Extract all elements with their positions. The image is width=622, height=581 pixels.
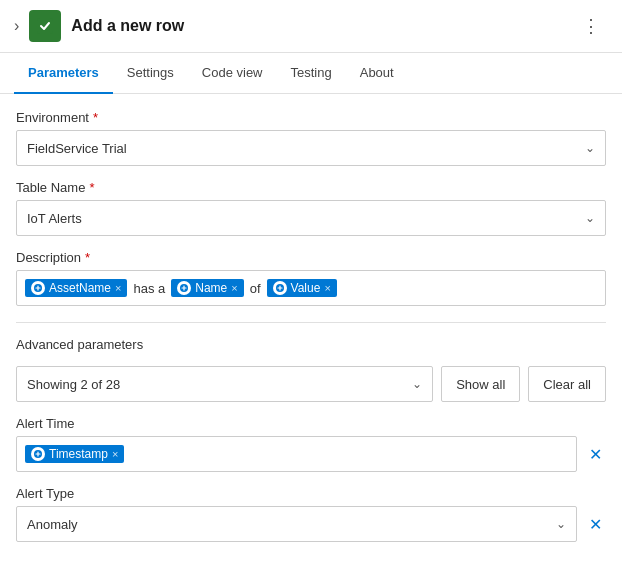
alert-type-clear-icon[interactable]: ✕ xyxy=(585,511,606,538)
token-value-close[interactable]: × xyxy=(324,282,330,294)
advanced-params-label: Advanced parameters xyxy=(16,337,606,352)
required-star-table: * xyxy=(89,180,94,195)
tab-about[interactable]: About xyxy=(346,53,408,94)
required-star: * xyxy=(93,110,98,125)
environment-label: Environment * xyxy=(16,110,606,125)
alert-time-field-group: Alert Time Timestamp × ✕ xyxy=(16,416,606,472)
table-name-field-group: Table Name * IoT Alerts ⌄ xyxy=(16,180,606,236)
description-token-field[interactable]: AssetName × has a Name × of Value × xyxy=(16,270,606,306)
alert-type-label: Alert Type xyxy=(16,486,606,501)
app-icon xyxy=(29,10,61,42)
alert-type-value: Anomaly xyxy=(27,517,78,532)
tabs-bar: Parameters Settings Code view Testing Ab… xyxy=(0,53,622,94)
token-value-label: Value xyxy=(291,281,321,295)
tab-settings[interactable]: Settings xyxy=(113,53,188,94)
environment-dropdown[interactable]: FieldService Trial ⌄ xyxy=(16,130,606,166)
token-value-icon xyxy=(273,281,287,295)
token-name-close[interactable]: × xyxy=(231,282,237,294)
advanced-params-value: Showing 2 of 28 xyxy=(27,377,120,392)
environment-value: FieldService Trial xyxy=(27,141,127,156)
description-text-of: of xyxy=(248,281,263,296)
advanced-params-dropdown[interactable]: Showing 2 of 28 ⌄ xyxy=(16,366,433,402)
svg-rect-0 xyxy=(37,18,53,34)
token-assetname-close[interactable]: × xyxy=(115,282,121,294)
content-area: Environment * FieldService Trial ⌄ Table… xyxy=(0,94,622,572)
token-value[interactable]: Value × xyxy=(267,279,337,297)
description-text-hasa: has a xyxy=(131,281,167,296)
table-name-value: IoT Alerts xyxy=(27,211,82,226)
more-options-icon[interactable]: ⋮ xyxy=(574,11,608,41)
token-name-icon xyxy=(177,281,191,295)
token-assetname[interactable]: AssetName × xyxy=(25,279,127,297)
alert-time-label: Alert Time xyxy=(16,416,606,431)
environment-field-group: Environment * FieldService Trial ⌄ xyxy=(16,110,606,166)
header: › Add a new row ⋮ xyxy=(0,0,622,53)
table-name-caret-icon: ⌄ xyxy=(585,211,595,225)
alert-type-caret-icon: ⌄ xyxy=(556,517,566,531)
alert-type-field-group: Alert Type Anomaly ⌄ ✕ xyxy=(16,486,606,542)
table-name-label: Table Name * xyxy=(16,180,606,195)
advanced-params-caret-icon: ⌄ xyxy=(412,377,422,391)
token-assetname-icon xyxy=(31,281,45,295)
tab-parameters[interactable]: Parameters xyxy=(14,53,113,94)
description-field-group: Description * AssetName × has a Name × o xyxy=(16,250,606,306)
alert-type-row: Anomaly ⌄ ✕ xyxy=(16,506,606,542)
page-title: Add a new row xyxy=(71,17,184,35)
advanced-params-row: Showing 2 of 28 ⌄ Show all Clear all xyxy=(16,366,606,402)
clear-all-button[interactable]: Clear all xyxy=(528,366,606,402)
token-timestamp[interactable]: Timestamp × xyxy=(25,445,124,463)
back-icon[interactable]: › xyxy=(14,17,19,35)
divider xyxy=(16,322,606,323)
token-timestamp-label: Timestamp xyxy=(49,447,108,461)
token-timestamp-close[interactable]: × xyxy=(112,448,118,460)
header-left: › Add a new row xyxy=(14,10,184,42)
description-label: Description * xyxy=(16,250,606,265)
token-name-label: Name xyxy=(195,281,227,295)
environment-caret-icon: ⌄ xyxy=(585,141,595,155)
show-all-button[interactable]: Show all xyxy=(441,366,520,402)
tab-testing[interactable]: Testing xyxy=(277,53,346,94)
required-star-desc: * xyxy=(85,250,90,265)
alert-time-token-field[interactable]: Timestamp × xyxy=(16,436,577,472)
token-timestamp-icon xyxy=(31,447,45,461)
advanced-params-label-group: Advanced parameters xyxy=(16,337,606,352)
token-assetname-label: AssetName xyxy=(49,281,111,295)
alert-type-dropdown[interactable]: Anomaly ⌄ xyxy=(16,506,577,542)
tab-code-view[interactable]: Code view xyxy=(188,53,277,94)
token-name[interactable]: Name × xyxy=(171,279,243,297)
alert-time-clear-icon[interactable]: ✕ xyxy=(585,441,606,468)
alert-time-row: Timestamp × ✕ xyxy=(16,436,606,472)
table-name-dropdown[interactable]: IoT Alerts ⌄ xyxy=(16,200,606,236)
